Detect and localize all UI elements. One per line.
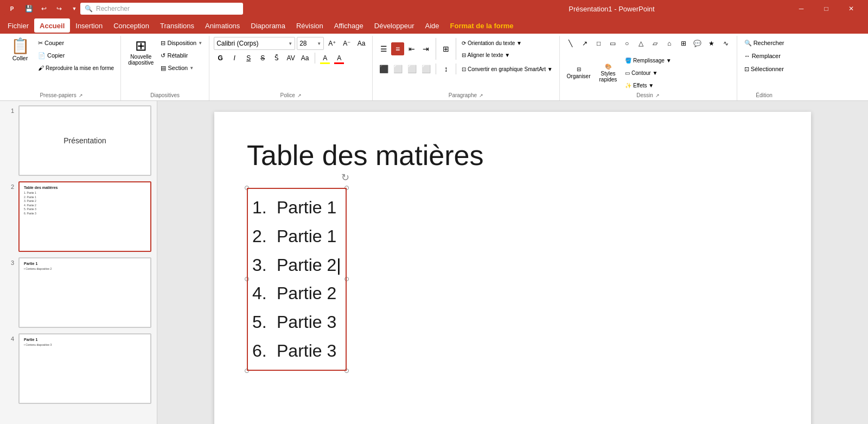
slide-preview-4[interactable]: Partie 1 • Contenu diapositive 3 [18, 333, 151, 404]
ribbon-group-paragraphe: ☰ ≡ ⇤ ⇥ ⊞ ⟳ Orientation du texte ▼ ⊟ Ali… [373, 36, 559, 100]
shape-star-button[interactable]: ★ [705, 37, 718, 50]
list-item-5: 5. Partie 3 [252, 308, 341, 337]
rotate-handle[interactable]: ↻ [341, 172, 349, 183]
dessin-expand[interactable]: ↗ [655, 93, 660, 98]
numbering-button[interactable]: ≡ [391, 42, 404, 55]
menu-fichier[interactable]: Fichier [2, 18, 34, 33]
shape-more-button[interactable]: ⊞ [677, 37, 690, 50]
minimize-button[interactable]: ─ [789, 0, 814, 17]
menu-animations[interactable]: Animations [200, 18, 245, 33]
shape-curve-button[interactable]: ∿ [719, 37, 732, 50]
font-size-selector[interactable]: 28 ▼ [297, 37, 324, 50]
slide-preview-2[interactable]: Table des matières 1. Partie 1 2. Partie… [18, 181, 151, 252]
redo-button[interactable]: ↪ [53, 3, 65, 15]
char-spacing-button[interactable]: AV [284, 52, 297, 65]
decrease-font-button[interactable]: A⁻ [340, 37, 353, 50]
slide-thumb-3[interactable]: 3 Partie 1 • Contenu diapositive 2 [5, 257, 151, 328]
font-name-selector[interactable]: Calibri (Corps) ▼ [214, 37, 295, 50]
search-bar[interactable]: 🔍 Rechercher [80, 3, 243, 15]
slide-preview-1[interactable]: Présentation [18, 105, 151, 176]
sep2 [436, 38, 436, 60]
shape-line-button[interactable]: ╲ [564, 37, 577, 50]
close-button[interactable]: ✕ [839, 0, 864, 17]
selectionner-button[interactable]: ⊡ Sélectionner [742, 63, 786, 75]
slide-thumb-1[interactable]: 1 Présentation [5, 105, 151, 176]
menu-developpeur[interactable]: Développeur [369, 18, 420, 33]
decrease-indent-button[interactable]: ⇤ [405, 42, 418, 55]
align-left-button[interactable]: ⬛ [377, 62, 390, 75]
underline-button[interactable]: S [242, 52, 255, 65]
menu-format[interactable]: Format de la forme [445, 18, 519, 33]
customize-button[interactable]: ▼ [68, 3, 80, 15]
slide4-thumb-title: Partie 1 [24, 338, 37, 341]
menu-insertion[interactable]: Insertion [70, 18, 108, 33]
orientation-button[interactable]: ⟳ Orientation du texte ▼ [459, 37, 524, 49]
disposition-button[interactable]: ⊟ Disposition ▼ [158, 37, 205, 49]
increase-indent-button[interactable]: ⇥ [419, 42, 432, 55]
italic-button[interactable]: I [228, 52, 241, 65]
align-text-button[interactable]: ⊟ Aligner le texte ▼ [459, 49, 524, 61]
contour-button[interactable]: ▭ Contour ▼ [623, 67, 673, 79]
bold-button[interactable]: G [214, 52, 227, 65]
highlight-button[interactable]: A [318, 52, 331, 65]
columns-button[interactable]: ⊞ [439, 42, 452, 55]
slide-thumb-4[interactable]: 4 Partie 1 • Contenu diapositive 3 [5, 333, 151, 404]
styles-rapides-button[interactable]: 🎨 Stylesrapides [597, 62, 620, 84]
smartart-button[interactable]: ⊡ Convertir en graphique SmartArt ▼ [459, 63, 554, 75]
remplacer-button[interactable]: ↔ Remplacer [742, 50, 783, 62]
rechercher-button[interactable]: 🔍 Rechercher [742, 37, 787, 49]
effets-button[interactable]: ✨ Effets ▼ [623, 79, 673, 91]
retablir-icon: ↺ [161, 52, 165, 59]
title-bar: P 💾 ↩ ↪ ▼ 🔍 Rechercher Présentation1 - P… [0, 0, 868, 17]
menu-conception[interactable]: Conception [108, 18, 155, 33]
menu-transitions[interactable]: Transitions [155, 18, 200, 33]
save-button[interactable]: 💾 [23, 3, 35, 15]
text-box[interactable]: 1. Partie 1 2. Partie 1 3. Partie 2 4. [247, 188, 347, 371]
shadow-button[interactable]: S̄ [270, 52, 283, 65]
list-item-3: 3. Partie 2 [252, 251, 341, 280]
menu-aide[interactable]: Aide [419, 18, 444, 33]
shape-para-button[interactable]: ▱ [649, 37, 662, 50]
paragraphe-expand[interactable]: ↗ [479, 93, 483, 98]
line-spacing-button[interactable]: ↕ [439, 62, 452, 75]
copier-button[interactable]: 📄 Copier [36, 49, 116, 61]
font-case-button[interactable]: Aa [298, 52, 311, 65]
strikethrough-button[interactable]: S [256, 52, 269, 65]
shape-trap-button[interactable]: ⌂ [663, 37, 676, 50]
undo-button[interactable]: ↩ [38, 3, 50, 15]
remplissage-button[interactable]: 🪣 Remplissage ▼ [623, 54, 673, 66]
justify-button[interactable]: ⬜ [419, 62, 432, 75]
slide-canvas[interactable]: Table des matières ↻ [214, 112, 811, 424]
presse-papiers-content: 📋 Coller ✂ Couper 📄 Copier 🖌 Reproduire … [7, 37, 116, 91]
shape-rect-button[interactable]: □ [592, 37, 605, 50]
nouvelle-diapositive-button[interactable]: ⊞ Nouvellediapositive [125, 37, 156, 67]
clear-format-button[interactable]: Aa [355, 37, 368, 50]
organiser-button[interactable]: ⊟ Organiser [564, 65, 593, 81]
slide-thumb-2[interactable]: 2 Table des matières 1. Partie 1 2. Part… [5, 181, 151, 252]
shape-tri-button[interactable]: △ [635, 37, 648, 50]
maximize-button[interactable]: □ [814, 0, 839, 17]
slide-num-2: 2 [5, 181, 14, 190]
shape-oval-button[interactable]: ○ [621, 37, 634, 50]
shape-round-rect-button[interactable]: ▭ [607, 37, 620, 50]
align-center-button[interactable]: ⬜ [391, 62, 404, 75]
menu-diaporama[interactable]: Diaporama [245, 18, 291, 33]
separator1 [315, 53, 315, 64]
increase-font-button[interactable]: A⁺ [326, 37, 339, 50]
menu-revision[interactable]: Révision [291, 18, 329, 33]
section-button[interactable]: ▤ Section ▼ [158, 62, 205, 74]
slide-preview-3[interactable]: Partie 1 • Contenu diapositive 2 [18, 257, 151, 328]
couper-button[interactable]: ✂ Couper [36, 37, 116, 49]
retablir-button[interactable]: ↺ Rétablir [158, 49, 205, 61]
shape-arrow-button[interactable]: ↗ [578, 37, 591, 50]
reproduire-button[interactable]: 🖌 Reproduire la mise en forme [36, 62, 116, 74]
menu-affichage[interactable]: Affichage [329, 18, 369, 33]
shape-callout-button[interactable]: 💬 [691, 37, 704, 50]
menu-accueil[interactable]: Accueil [34, 18, 70, 33]
police-expand[interactable]: ↗ [297, 93, 302, 98]
font-color-button[interactable]: A [333, 52, 346, 65]
align-right-button[interactable]: ⬜ [405, 62, 418, 75]
presse-papiers-expand[interactable]: ↗ [79, 93, 83, 98]
coller-button[interactable]: 📋 Coller [7, 37, 34, 63]
bullets-button[interactable]: ☰ [377, 42, 390, 55]
